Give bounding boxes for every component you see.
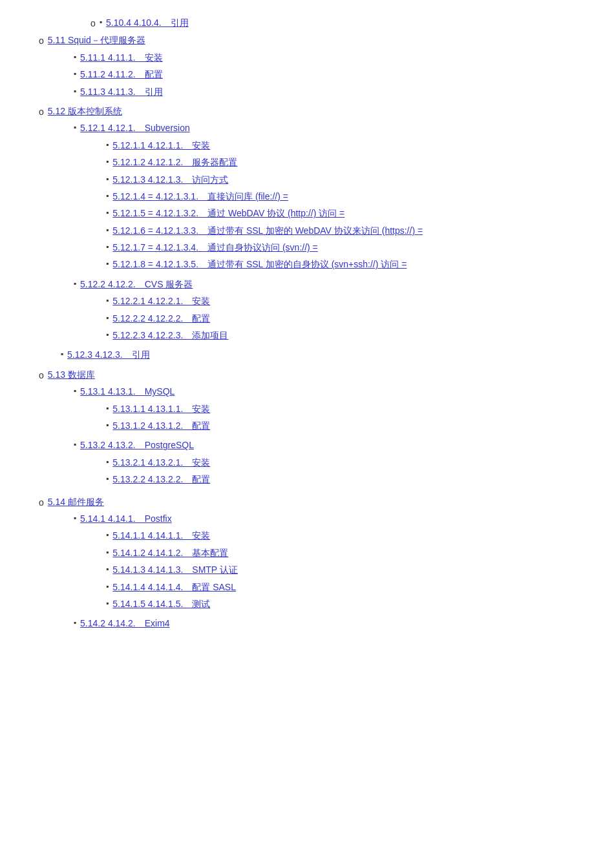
- link-512[interactable]: 5.12 版本控制系统: [48, 106, 122, 116]
- bullet-51221: ▪: [106, 294, 109, 307]
- link-51217[interactable]: 5.12.1.7 = 4.12.1.3.4. 通过自身协议访问 (svn://)…: [112, 240, 317, 254]
- toc-item-51321: ▪ 5.13.2.1 4.13.2.1. 安装: [80, 455, 588, 470]
- link-51212[interactable]: 5.12.1.2 4.12.1.2. 服务器配置: [112, 155, 237, 169]
- link-514[interactable]: 5.14 邮件服务: [48, 497, 104, 507]
- toc-item-51312: ▪ 5.13.1.2 4.13.1.2. 配置: [80, 418, 588, 433]
- link-511[interactable]: 5.11 Squid－代理服务器: [48, 35, 145, 45]
- toc-item-5104: 5.10.4 4.10.4. 引用: [106, 16, 588, 30]
- link-5112[interactable]: 5.11.2 4.11.2. 配置: [80, 67, 163, 81]
- bullet-51223: ▪: [106, 329, 109, 341]
- toc-item-51217: ▪ 5.12.1.7 = 4.12.1.3.4. 通过自身协议访问 (svn:/…: [80, 240, 588, 254]
- link-51321[interactable]: 5.13.2.1 4.13.2.1. 安装: [112, 455, 210, 470]
- link-51221[interactable]: 5.12.2.1 4.12.2.1. 安装: [112, 294, 210, 308]
- toc-item-5113: ▪ 5.11.3 4.11.3. 引用: [48, 85, 588, 99]
- bullet-51413: ▪: [106, 563, 109, 575]
- link-5141[interactable]: 5.14.1 4.14.1. Postfix: [80, 513, 172, 524]
- toc-item-51215: ▪ 5.12.1.5 = 4.12.1.3.2. 通过 WebDAV 协议 (h…: [80, 206, 588, 220]
- bullet-5131: ▪: [74, 385, 76, 397]
- toc-item-51411: ▪ 5.14.1.1 4.14.1.1. 安装: [80, 528, 588, 542]
- link-51222[interactable]: 5.12.2.2 4.12.2.2. 配置: [112, 311, 210, 326]
- toc-item-51212: ▪ 5.12.1.2 4.12.1.2. 服务器配置: [80, 155, 588, 169]
- toc-item-51311: ▪ 5.13.1.1 4.13.1.1. 安装: [80, 402, 588, 416]
- bullet-icon: ▪: [100, 16, 102, 28]
- toc-item-51222: ▪ 5.12.2.2 4.12.2.2. 配置: [80, 311, 588, 326]
- toc-item-5131: ▪ 5.13.1 4.13.1. MySQL ▪ 5.13.1.1 4.13.1…: [48, 384, 588, 435]
- link-5142[interactable]: 5.14.2 4.14.2. Exim4: [80, 616, 170, 630]
- bullet-51211: ▪: [106, 139, 109, 151]
- bullet-51415: ▪: [106, 597, 109, 610]
- link-5131[interactable]: 5.13.1 4.13.1. MySQL: [80, 386, 175, 397]
- link-51412[interactable]: 5.14.1.2 4.14.1.2. 基本配置: [112, 546, 228, 560]
- toc-item-51412: ▪ 5.14.1.2 4.14.1.2. 基本配置: [80, 546, 588, 560]
- link-5113[interactable]: 5.11.3 4.11.3. 引用: [80, 85, 163, 99]
- link-51211[interactable]: 5.12.1.1 4.12.1.1. 安装: [112, 138, 210, 152]
- link-51311[interactable]: 5.13.1.1 4.13.1.1. 安装: [112, 402, 210, 416]
- toc-item-512: o 5.12 版本控制系统 ▪ 5.12.1 4.12.1. Subversio…: [26, 104, 588, 365]
- link-51415[interactable]: 5.14.1.5 4.14.1.5. 测试: [112, 597, 210, 611]
- bullet-51312: ▪: [106, 419, 109, 431]
- toc-item-514: o 5.14 邮件服务 ▪ 5.14.1 4.14.1. Postfix ▪ 5…: [26, 495, 588, 634]
- bullet-5123: ▪: [61, 348, 63, 360]
- bullet-51217: ▪: [106, 241, 109, 253]
- bullet-51218: ▪: [106, 258, 109, 270]
- link-5123[interactable]: 5.12.3 4.12.3. 引用: [67, 347, 150, 362]
- toc-item-51213: ▪ 5.12.1.3 4.12.1.3. 访问方式: [80, 172, 588, 187]
- bullet-51412: ▪: [106, 546, 109, 559]
- link-51322[interactable]: 5.13.2.2 4.13.2.2. 配置: [112, 472, 210, 486]
- link-51413[interactable]: 5.14.1.3 4.14.1.3. SMTP 认证: [112, 563, 238, 577]
- link-5122[interactable]: 5.12.2 4.12.2. CVS 服务器: [80, 279, 193, 289]
- link-51215[interactable]: 5.12.1.5 = 4.12.1.3.2. 通过 WebDAV 协议 (htt…: [112, 206, 344, 220]
- bullet-51216: ▪: [106, 224, 109, 236]
- bullet-51214: ▪: [106, 190, 109, 202]
- toc-item-5123: ▪ 5.12.3 4.12.3. 引用: [48, 347, 588, 362]
- toc-item-5111: ▪ 5.11.1 4.11.1. 安装: [48, 50, 588, 65]
- bullet-51212: ▪: [106, 156, 109, 168]
- bullet-51411: ▪: [106, 529, 109, 541]
- link-5104[interactable]: 5.10.4 4.10.4. 引用: [106, 17, 189, 28]
- link-51213[interactable]: 5.12.1.3 4.12.1.3. 访问方式: [112, 172, 228, 187]
- toc-item-51211: ▪ 5.12.1.1 4.12.1.1. 安装: [80, 138, 588, 152]
- bullet-51222: ▪: [106, 312, 109, 324]
- toc-item-51214: ▪ 5.12.1.4 = 4.12.1.3.1. 直接访问库 (file://)…: [80, 189, 588, 203]
- toc-item-51221: ▪ 5.12.2.1 4.12.2.1. 安装: [80, 294, 588, 308]
- circle-bullet-513: o: [39, 368, 44, 382]
- link-5111[interactable]: 5.11.1 4.11.1. 安装: [80, 50, 163, 65]
- link-51216[interactable]: 5.12.1.6 = 4.12.1.3.3. 通过带有 SSL 加密的 WebD…: [112, 223, 423, 238]
- link-5132[interactable]: 5.13.2 4.13.2. PostgreSQL: [80, 440, 194, 450]
- toc-item-51223: ▪ 5.12.2.3 4.12.2.3. 添加项目: [80, 328, 588, 342]
- link-51223[interactable]: 5.12.2.3 4.12.2.3. 添加项目: [112, 328, 228, 342]
- link-51218[interactable]: 5.12.1.8 = 4.12.1.3.5. 通过带有 SSL 加密的自身协议 …: [112, 257, 407, 271]
- circle-bullet-511: o: [39, 34, 44, 48]
- toc-item-5132: ▪ 5.13.2 4.13.2. PostgreSQL ▪ 5.13.2.1 4…: [48, 438, 588, 489]
- bullet-51414: ▪: [106, 581, 109, 593]
- toc-item-51415: ▪ 5.14.1.5 4.14.1.5. 测试: [80, 597, 588, 611]
- bullet-5141: ▪: [74, 512, 76, 524]
- toc-item-5122: ▪ 5.12.2 4.12.2. CVS 服务器 ▪ 5.12.2.1 4.12…: [48, 277, 588, 346]
- bullet-5111: ▪: [74, 51, 76, 63]
- toc-item-5121: ▪ 5.12.1 4.12.1. Subversion ▪ 5.12.1.1 4…: [48, 121, 588, 274]
- link-51312[interactable]: 5.13.1.2 4.13.1.2. 配置: [112, 418, 210, 433]
- bullet-5121: ▪: [74, 121, 76, 134]
- bullet-51311: ▪: [106, 402, 109, 415]
- toc-item-513: o 5.13 数据库 ▪ 5.13.1 4.13.1. MySQL ▪ 5.13…: [26, 367, 588, 492]
- toc-item-51322: ▪ 5.13.2.2 4.13.2.2. 配置: [80, 472, 588, 486]
- bullet-5122: ▪: [74, 278, 76, 290]
- link-5121[interactable]: 5.12.1 4.12.1. Subversion: [80, 123, 190, 133]
- bullet-5132: ▪: [74, 439, 76, 451]
- bullet-51321: ▪: [106, 456, 109, 468]
- bullet-5112: ▪: [74, 68, 76, 80]
- toc-item-5142: ▪ 5.14.2 4.14.2. Exim4: [48, 616, 588, 630]
- link-51411[interactable]: 5.14.1.1 4.14.1.1. 安装: [112, 528, 210, 542]
- link-513[interactable]: 5.13 数据库: [48, 369, 95, 380]
- bullet-51322: ▪: [106, 473, 109, 485]
- toc-item-51216: ▪ 5.12.1.6 = 4.12.1.3.3. 通过带有 SSL 加密的 We…: [80, 223, 588, 238]
- bullet-5113: ▪: [74, 85, 76, 98]
- toc-item-5112: ▪ 5.11.2 4.11.2. 配置: [48, 67, 588, 81]
- link-51414[interactable]: 5.14.1.4 4.14.1.4. 配置 SASL: [112, 580, 236, 594]
- toc-item-511: o 5.11 Squid－代理服务器 ▪ 5.11.1 4.11.1. 安装 ▪…: [26, 33, 588, 101]
- toc-item-51413: ▪ 5.14.1.3 4.14.1.3. SMTP 认证: [80, 563, 588, 577]
- circle-bullet-512: o: [39, 105, 44, 119]
- link-51214[interactable]: 5.12.1.4 = 4.12.1.3.1. 直接访问库 (file://) =: [112, 189, 288, 203]
- toc-item-5141: ▪ 5.14.1 4.14.1. Postfix ▪ 5.14.1.1 4.14…: [48, 512, 588, 614]
- bullet-51213: ▪: [106, 173, 109, 185]
